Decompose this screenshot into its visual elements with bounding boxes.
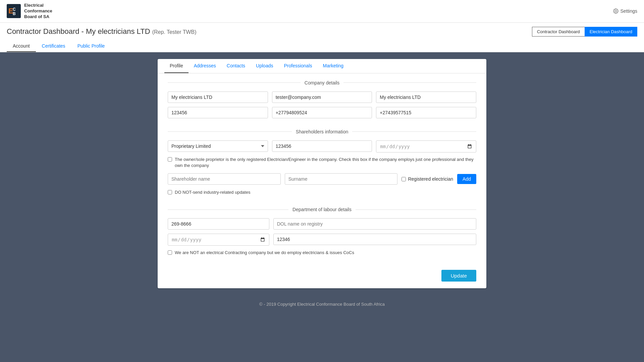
settings-label: Settings <box>620 8 637 14</box>
update-button[interactable]: Update <box>441 270 476 282</box>
company-details-title-wrap: Company details <box>168 80 476 85</box>
sub-tabs: Profile Addresses Contacts Uploads Profe… <box>158 59 486 73</box>
electrician-dashboard-button[interactable]: Electrician Dashboard <box>585 27 637 37</box>
shareholder-name-row: Registered electrician Add <box>168 173 476 185</box>
contractor-dashboard-button[interactable]: Contractor Dashboard <box>532 27 585 37</box>
copyright-text: © - 2019 Copyright Electrical Conformanc… <box>259 302 385 307</box>
phone1-input[interactable] <box>272 107 372 118</box>
svg-text:B: B <box>13 11 16 16</box>
shareholder-name-input[interactable] <box>168 173 281 185</box>
company-details-title: Company details <box>301 80 343 85</box>
sh-line-right <box>352 131 476 132</box>
svg-text:C: C <box>13 7 16 12</box>
section-line-left <box>168 82 301 83</box>
do-not-send-row: DO NOT-send industry-related updates <box>168 189 476 195</box>
sh-date-input[interactable] <box>376 140 476 153</box>
tab-certificates[interactable]: Certificates <box>36 41 71 52</box>
sh-reg-number-input[interactable] <box>272 140 372 152</box>
sh-line-left <box>168 131 292 132</box>
company-name-field <box>168 92 268 103</box>
logo-area: E C B Electrical Conformance Board of SA <box>7 3 52 20</box>
registered-electrician-checkbox[interactable] <box>401 177 406 181</box>
sub-tab-uploads[interactable]: Uploads <box>251 59 278 73</box>
shareholders-section: Shareholders information Proprietary Lim… <box>158 129 486 207</box>
not-electrical-label: We are NOT an electrical Contracting com… <box>175 250 354 256</box>
registered-electrician-label: Registered electrician <box>401 176 453 182</box>
dol-title: Department of labour details <box>288 207 356 212</box>
page-title-bar: Contractor Dashboard - My electricians L… <box>0 23 644 52</box>
entity-type-field: Proprietary Limited Public Company Close… <box>168 140 268 153</box>
main-content: Profile Addresses Contacts Uploads Profe… <box>158 59 486 289</box>
dol-row2 <box>168 234 476 246</box>
company-details-row2 <box>168 107 476 118</box>
logo-text: Electrical Conformance Board of SA <box>24 3 52 20</box>
shareholders-row1: Proprietary Limited Public Company Close… <box>168 140 476 153</box>
entity-type-select[interactable]: Proprietary Limited Public Company Close… <box>168 140 268 152</box>
dashboard-buttons: Contractor Dashboard Electrician Dashboa… <box>532 27 637 37</box>
dol-ref-field <box>273 234 476 246</box>
sub-tab-marketing[interactable]: Marketing <box>318 59 349 73</box>
phone2-field <box>376 107 476 118</box>
sh-date-field <box>376 140 476 153</box>
do-not-send-label: DO NOT-send industry-related updates <box>175 189 250 195</box>
owner-checkbox-label: The owner/sole proprietor is the only re… <box>175 157 476 169</box>
reg-number-field <box>168 107 268 118</box>
not-electrical-row: We are NOT an electrical Contracting com… <box>168 250 476 256</box>
dol-name-field <box>273 218 476 230</box>
dol-section: Department of labour details We are NOT … <box>158 207 486 267</box>
phone2-input[interactable] <box>376 107 476 118</box>
shareholders-title-wrap: Shareholders information <box>168 129 476 134</box>
section-line-right <box>343 82 476 83</box>
email-input[interactable] <box>272 92 372 103</box>
page-title: Contractor Dashboard - My electricians L… <box>7 27 197 36</box>
not-electrical-checkbox[interactable] <box>168 250 172 255</box>
sub-tab-profile[interactable]: Profile <box>164 59 189 73</box>
display-name-input[interactable] <box>376 92 476 103</box>
owner-checkbox[interactable] <box>168 157 172 162</box>
add-shareholder-button[interactable]: Add <box>457 174 476 184</box>
email-field <box>272 92 372 103</box>
header: E C B Electrical Conformance Board of SA… <box>0 0 644 23</box>
company-details-row1 <box>168 92 476 103</box>
dol-row1 <box>168 218 476 230</box>
company-details-section: Company details <box>158 73 486 129</box>
shareholder-name-field <box>168 173 281 185</box>
dol-date-field <box>168 234 269 246</box>
sub-tab-contacts[interactable]: Contacts <box>221 59 251 73</box>
main-tabs: Account Certificates Public Profile <box>7 41 637 52</box>
sh-reg-number-field <box>272 140 372 153</box>
dol-line-left <box>168 209 288 210</box>
dol-number-input[interactable] <box>168 218 269 230</box>
dol-number-field <box>168 218 269 230</box>
footer: © - 2019 Copyright Electrical Conformanc… <box>0 295 644 313</box>
sub-tab-addresses[interactable]: Addresses <box>189 59 221 73</box>
logo-icon: E C B <box>7 4 21 18</box>
reg-number-input[interactable] <box>168 107 268 118</box>
owner-checkbox-row: The owner/sole proprietor is the only re… <box>168 157 476 169</box>
surname-input[interactable] <box>285 173 398 185</box>
dol-date-input[interactable] <box>168 234 269 246</box>
company-name-input[interactable] <box>168 92 268 103</box>
display-name-field <box>376 92 476 103</box>
tab-public-profile[interactable]: Public Profile <box>71 41 111 52</box>
tab-account[interactable]: Account <box>7 41 36 52</box>
settings-button[interactable]: Settings <box>613 8 637 14</box>
shareholders-title: Shareholders information <box>292 129 352 134</box>
gear-icon <box>613 8 619 14</box>
do-not-send-checkbox[interactable] <box>168 190 172 194</box>
dol-line-right <box>356 209 476 210</box>
sub-tab-professionals[interactable]: Professionals <box>278 59 317 73</box>
dol-name-input[interactable] <box>273 218 476 230</box>
update-row: Update <box>158 267 486 282</box>
surname-field <box>285 173 398 185</box>
dol-ref-input[interactable] <box>273 234 476 245</box>
dol-title-wrap: Department of labour details <box>168 207 476 212</box>
phone1-field <box>272 107 372 118</box>
